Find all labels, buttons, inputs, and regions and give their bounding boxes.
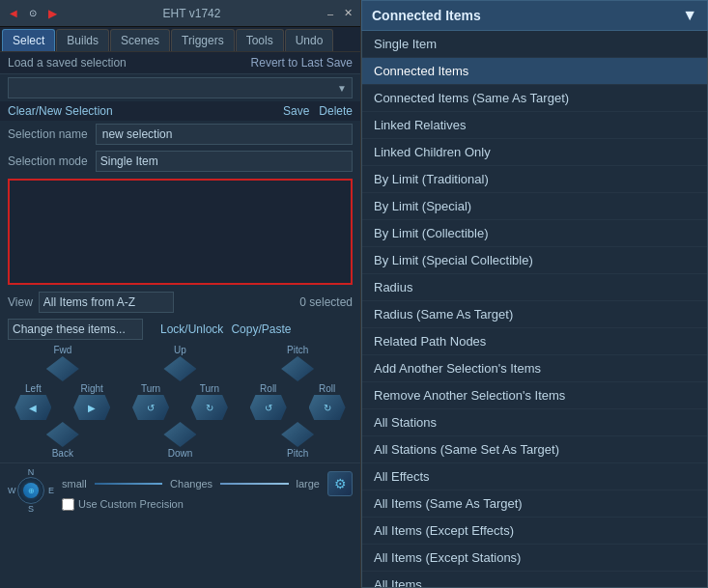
dropdown-item[interactable]: Single Item bbox=[362, 31, 707, 58]
dropdown-item[interactable]: Connected Items bbox=[362, 58, 707, 85]
roll1-button[interactable]: ↺ bbox=[250, 395, 287, 420]
tab-scenes[interactable]: Scenes bbox=[110, 29, 170, 51]
pitch1-button[interactable] bbox=[281, 356, 314, 381]
minimize-button[interactable]: – bbox=[324, 7, 337, 20]
down-button[interactable] bbox=[163, 422, 196, 447]
navigation-section: Fwd Up Pitch Left ◀ Right ▶ Turn bbox=[0, 343, 360, 462]
selection-name-label: Selection name bbox=[8, 127, 88, 141]
dropdown-list: Single ItemConnected ItemsConnected Item… bbox=[361, 31, 708, 588]
up-label: Up bbox=[174, 345, 186, 355]
dropdown-item[interactable]: By Limit (Collectible) bbox=[362, 220, 707, 247]
saved-sel-wrapper: ▼ bbox=[8, 77, 353, 98]
gear-button[interactable]: ⚙ bbox=[327, 471, 353, 496]
copy-paste-button[interactable]: Copy/Paste bbox=[231, 322, 291, 336]
dropdown-item[interactable]: Related Path Nodes bbox=[362, 328, 707, 355]
bottom-bar: N S W E ⊕ small Changes large ⚙ bbox=[0, 462, 360, 518]
dropdown-item[interactable]: By Limit (Special) bbox=[362, 193, 707, 220]
large-label: large bbox=[297, 478, 320, 490]
change-row: Change these items... Lock/Unlock Copy/P… bbox=[0, 316, 360, 343]
right-label: Right bbox=[81, 383, 103, 394]
tab-select[interactable]: Select bbox=[2, 29, 55, 51]
tab-triggers[interactable]: Triggers bbox=[171, 29, 235, 51]
pitch2-button[interactable] bbox=[281, 422, 314, 447]
tab-tools[interactable]: Tools bbox=[236, 29, 284, 51]
compass-dial[interactable]: ⊕ bbox=[17, 477, 44, 504]
pitch2-label: Pitch bbox=[287, 448, 308, 459]
load-saved-label: Load a saved selection bbox=[8, 56, 127, 70]
connected-items-header[interactable]: Connected Items ▼ bbox=[361, 0, 708, 31]
connected-items-title: Connected Items bbox=[372, 8, 481, 23]
tab-builds[interactable]: Builds bbox=[56, 29, 109, 51]
dropdown-item[interactable]: Remove Another Selection's Items bbox=[362, 382, 707, 409]
selection-name-input[interactable] bbox=[96, 124, 353, 145]
action-row: Clear/New Selection Save Delete bbox=[0, 101, 360, 121]
sel-mode-wrapper: Single Item bbox=[96, 151, 353, 172]
roll2-button[interactable]: ↻ bbox=[309, 395, 346, 420]
tab-undo[interactable]: Undo bbox=[285, 29, 334, 51]
roll2-label: Roll bbox=[319, 383, 335, 394]
selection-mode-dropdown[interactable]: Single Item bbox=[96, 151, 353, 172]
clear-new-selection-button[interactable]: Clear/New Selection bbox=[8, 104, 113, 118]
roll1-label: Roll bbox=[260, 383, 276, 394]
view-label: View bbox=[8, 295, 33, 309]
back-icon[interactable]: ◀ bbox=[6, 6, 21, 21]
selection-mode-row: Selection mode Single Item bbox=[0, 148, 360, 175]
dropdown-item[interactable]: Connected Items (Same As Target) bbox=[362, 85, 707, 112]
selection-listbox bbox=[8, 179, 353, 285]
back-label: Back bbox=[52, 448, 73, 459]
dropdown-item[interactable]: Radius bbox=[362, 274, 707, 301]
custom-precision-checkbox[interactable] bbox=[62, 498, 74, 511]
delete-button[interactable]: Delete bbox=[319, 104, 353, 118]
youtube-icon[interactable]: ▶ bbox=[44, 6, 60, 21]
change-dropdown[interactable]: Change these items... bbox=[8, 319, 143, 340]
dropdown-item[interactable]: Radius (Same As Target) bbox=[362, 301, 707, 328]
back-button[interactable] bbox=[46, 422, 79, 447]
left-button[interactable]: ◀ bbox=[14, 395, 51, 420]
dropdown-item[interactable]: By Limit (Traditional) bbox=[362, 166, 707, 193]
turn1-label: Turn bbox=[141, 383, 160, 394]
fwd-button[interactable] bbox=[46, 356, 79, 381]
turn1-button[interactable]: ↺ bbox=[132, 395, 169, 420]
selection-name-row: Selection name bbox=[0, 121, 360, 148]
dropdown-item[interactable]: All Items bbox=[362, 572, 707, 588]
compass-n: N bbox=[28, 467, 35, 477]
up-button[interactable] bbox=[163, 356, 196, 381]
compass-w: W bbox=[8, 486, 16, 495]
dropdown-item[interactable]: All Items (Same As Target) bbox=[362, 490, 707, 518]
view-row: View All Items from A-Z 0 selected bbox=[0, 289, 360, 316]
close-button[interactable]: ✕ bbox=[341, 7, 354, 20]
title-bar-icons: ◀ ⊙ ▶ bbox=[6, 6, 60, 21]
compass-s: S bbox=[28, 504, 34, 514]
right-button[interactable]: ▶ bbox=[73, 395, 110, 420]
turn2-button[interactable]: ↻ bbox=[191, 395, 228, 420]
down-label: Down bbox=[168, 448, 193, 459]
dropdown-item[interactable]: All Items (Except Stations) bbox=[362, 545, 707, 572]
precision-size-row: small Changes large ⚙ bbox=[62, 471, 353, 496]
dropdown-item[interactable]: Linked Relatives bbox=[362, 112, 707, 139]
small-label: small bbox=[62, 478, 87, 490]
view-dropdown[interactable]: All Items from A-Z bbox=[39, 292, 174, 313]
turn2-label: Turn bbox=[200, 383, 219, 394]
dropdown-item[interactable]: Add Another Selection's Items bbox=[362, 355, 707, 382]
compass: N S W E ⊕ bbox=[8, 467, 54, 514]
circle-icon[interactable]: ⊙ bbox=[25, 6, 41, 21]
dropdown-item[interactable]: All Items (Except Effects) bbox=[362, 518, 707, 545]
precision-controls: small Changes large ⚙ Use Custom Precisi… bbox=[62, 471, 353, 511]
gear-icon: ⚙ bbox=[334, 476, 347, 491]
save-button[interactable]: Save bbox=[283, 104, 309, 118]
pitch1-label: Pitch bbox=[287, 345, 308, 355]
changes-label: Changes bbox=[170, 478, 212, 490]
view-dropdown-wrapper: All Items from A-Z bbox=[39, 292, 174, 313]
dropdown-item[interactable]: All Stations bbox=[362, 409, 707, 436]
lock-unlock-button[interactable]: Lock/Unlock bbox=[160, 322, 223, 336]
custom-precision-label: Use Custom Precision bbox=[78, 498, 184, 510]
dropdown-item[interactable]: By Limit (Special Collectible) bbox=[362, 247, 707, 274]
saved-selection-dropdown[interactable] bbox=[8, 77, 353, 98]
selected-count: 0 selected bbox=[299, 295, 353, 309]
dropdown-item[interactable]: All Stations (Same Set As Target) bbox=[362, 436, 707, 463]
saved-selection-row: Load a saved selection Revert to Last Sa… bbox=[0, 52, 360, 74]
revert-button[interactable]: Revert to Last Save bbox=[251, 56, 353, 70]
dropdown-item[interactable]: Linked Children Only bbox=[362, 139, 707, 166]
dropdown-item[interactable]: All Effects bbox=[362, 463, 707, 490]
action-btns-right: Save Delete bbox=[283, 104, 353, 118]
